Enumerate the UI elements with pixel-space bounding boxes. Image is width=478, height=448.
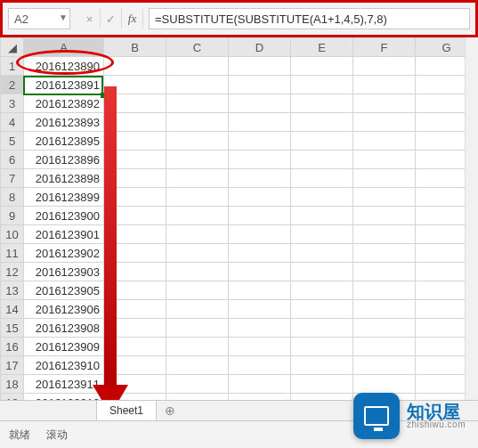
- cell-F2[interactable]: [353, 76, 416, 94]
- col-header-C[interactable]: C: [166, 38, 229, 57]
- add-sheet-button[interactable]: ⊕: [157, 401, 183, 421]
- cell-C8[interactable]: [166, 188, 229, 207]
- cell-B11[interactable]: [104, 244, 166, 263]
- cell-A9[interactable]: 2016123900: [24, 207, 104, 225]
- cell-C12[interactable]: [166, 263, 229, 281]
- cell-C10[interactable]: [166, 225, 229, 244]
- cell-F5[interactable]: [353, 132, 416, 151]
- cell-F1[interactable]: [353, 57, 416, 76]
- cell-F7[interactable]: [353, 169, 416, 188]
- cell-B9[interactable]: [104, 207, 166, 225]
- cell-C4[interactable]: [166, 113, 229, 132]
- cell-A6[interactable]: 2016123896: [24, 151, 104, 169]
- col-header-D[interactable]: D: [229, 38, 291, 57]
- cell-B10[interactable]: [104, 225, 166, 244]
- cell-B13[interactable]: [104, 281, 166, 300]
- cell-E7[interactable]: [291, 169, 353, 188]
- cell-B4[interactable]: [104, 113, 166, 132]
- cell-A13[interactable]: 2016123905: [24, 281, 104, 300]
- cell-A16[interactable]: 2016123909: [24, 338, 104, 356]
- cell-B7[interactable]: [104, 169, 166, 188]
- cell-B16[interactable]: [104, 338, 166, 356]
- cell-C18[interactable]: [166, 375, 229, 394]
- cell-C1[interactable]: [166, 57, 229, 76]
- cell-B18[interactable]: [104, 375, 166, 394]
- cell-E5[interactable]: [291, 132, 353, 151]
- cell-C6[interactable]: [166, 151, 229, 169]
- cell-D12[interactable]: [229, 263, 291, 281]
- cell-B14[interactable]: [104, 300, 166, 319]
- row-header-12[interactable]: 12: [1, 263, 24, 281]
- cell-D6[interactable]: [229, 151, 291, 169]
- spreadsheet-grid[interactable]: ◢ A B C D E F G 120161238902201612389132…: [0, 37, 478, 431]
- cell-E9[interactable]: [291, 207, 353, 225]
- cell-F4[interactable]: [353, 113, 416, 132]
- name-box[interactable]: A2 ▼: [8, 8, 70, 29]
- cell-A5[interactable]: 2016123895: [24, 132, 104, 151]
- cell-E10[interactable]: [291, 225, 353, 244]
- cell-D5[interactable]: [229, 132, 291, 151]
- row-header-9[interactable]: 9: [1, 207, 24, 225]
- cell-D7[interactable]: [229, 169, 291, 188]
- cell-B15[interactable]: [104, 319, 166, 338]
- cell-C16[interactable]: [166, 338, 229, 356]
- formula-input[interactable]: =SUBSTITUTE(SUBSTITUTE(A1+1,4,5),7,8): [149, 8, 470, 29]
- cell-E14[interactable]: [291, 300, 353, 319]
- cell-A15[interactable]: 2016123908: [24, 319, 104, 338]
- cell-D9[interactable]: [229, 207, 291, 225]
- cell-A2[interactable]: 2016123891: [24, 76, 104, 94]
- cell-D11[interactable]: [229, 244, 291, 263]
- row-header-4[interactable]: 4: [1, 113, 24, 132]
- row-header-3[interactable]: 3: [1, 94, 24, 113]
- cell-C15[interactable]: [166, 319, 229, 338]
- cell-E12[interactable]: [291, 263, 353, 281]
- sheet-tab-sheet1[interactable]: Sheet1: [96, 401, 157, 421]
- vertical-scrollbar[interactable]: [465, 37, 478, 400]
- cell-B1[interactable]: [104, 57, 166, 76]
- cell-C7[interactable]: [166, 169, 229, 188]
- cell-B8[interactable]: [104, 188, 166, 207]
- cell-E16[interactable]: [291, 338, 353, 356]
- cell-D4[interactable]: [229, 113, 291, 132]
- cell-E8[interactable]: [291, 188, 353, 207]
- row-header-14[interactable]: 14: [1, 300, 24, 319]
- cell-F3[interactable]: [353, 94, 416, 113]
- row-header-7[interactable]: 7: [1, 169, 24, 188]
- cell-F14[interactable]: [353, 300, 416, 319]
- cell-A17[interactable]: 2016123910: [24, 356, 104, 375]
- row-header-10[interactable]: 10: [1, 225, 24, 244]
- cell-D10[interactable]: [229, 225, 291, 244]
- row-header-15[interactable]: 15: [1, 319, 24, 338]
- cell-C13[interactable]: [166, 281, 229, 300]
- cell-A10[interactable]: 2016123901: [24, 225, 104, 244]
- cell-D13[interactable]: [229, 281, 291, 300]
- cell-F11[interactable]: [353, 244, 416, 263]
- cell-D14[interactable]: [229, 300, 291, 319]
- row-header-8[interactable]: 8: [1, 188, 24, 207]
- cell-E15[interactable]: [291, 319, 353, 338]
- row-header-1[interactable]: 1: [1, 57, 24, 76]
- cell-A18[interactable]: 2016123911: [24, 375, 104, 394]
- cell-C11[interactable]: [166, 244, 229, 263]
- cell-D3[interactable]: [229, 94, 291, 113]
- cell-F10[interactable]: [353, 225, 416, 244]
- cell-B5[interactable]: [104, 132, 166, 151]
- cell-F15[interactable]: [353, 319, 416, 338]
- cell-F12[interactable]: [353, 263, 416, 281]
- cell-E3[interactable]: [291, 94, 353, 113]
- chevron-down-icon[interactable]: ▼: [59, 12, 68, 22]
- cell-D15[interactable]: [229, 319, 291, 338]
- cell-C17[interactable]: [166, 356, 229, 375]
- cell-A8[interactable]: 2016123899: [24, 188, 104, 207]
- cell-B12[interactable]: [104, 263, 166, 281]
- cell-F9[interactable]: [353, 207, 416, 225]
- cell-A11[interactable]: 2016123902: [24, 244, 104, 263]
- row-header-6[interactable]: 6: [1, 151, 24, 169]
- row-header-2[interactable]: 2: [1, 76, 24, 94]
- col-header-B[interactable]: B: [104, 38, 166, 57]
- cell-C5[interactable]: [166, 132, 229, 151]
- cell-B6[interactable]: [104, 151, 166, 169]
- cell-D8[interactable]: [229, 188, 291, 207]
- cell-C14[interactable]: [166, 300, 229, 319]
- cell-F17[interactable]: [353, 356, 416, 375]
